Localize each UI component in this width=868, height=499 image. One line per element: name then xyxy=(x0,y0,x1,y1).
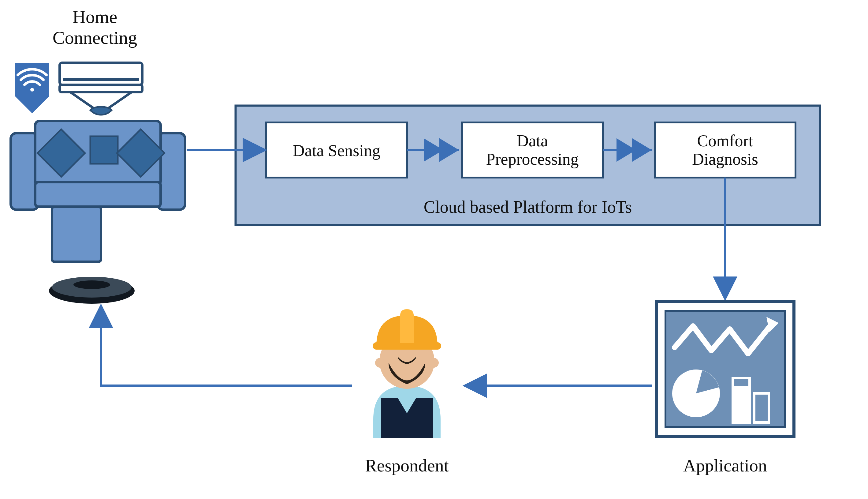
svg-text:HomeConnecting: HomeConnecting xyxy=(53,7,137,48)
svg-rect-32 xyxy=(424,398,433,416)
svg-rect-3 xyxy=(60,63,142,85)
worker-person-icon xyxy=(373,309,441,438)
robot-vacuum-icon xyxy=(49,277,135,304)
sofa-icon xyxy=(11,121,185,262)
svg-point-2 xyxy=(30,88,34,92)
svg-rect-5 xyxy=(60,85,142,92)
wifi-icon xyxy=(15,63,49,113)
svg-rect-13 xyxy=(52,207,101,262)
svg-rect-31 xyxy=(381,398,390,416)
svg-point-35 xyxy=(429,358,439,368)
svg-rect-4 xyxy=(63,78,139,81)
application-box xyxy=(656,302,794,436)
svg-rect-11 xyxy=(90,136,118,164)
svg-text:ComfortDiagnosis: ComfortDiagnosis xyxy=(692,132,758,168)
respondent-label: Respondent xyxy=(365,455,449,475)
home-devices-cluster xyxy=(11,63,185,304)
svg-text:Data Sensing: Data Sensing xyxy=(293,142,380,160)
comfort-diagnosis-box: ComfortDiagnosis xyxy=(655,122,795,178)
svg-point-34 xyxy=(375,358,385,368)
air-conditioner-icon xyxy=(60,63,142,115)
svg-rect-36 xyxy=(373,342,441,350)
svg-rect-9 xyxy=(35,182,161,207)
svg-point-16 xyxy=(73,280,110,289)
home-connecting-title: HomeConnecting xyxy=(53,7,137,48)
data-sensing-box: Data Sensing xyxy=(266,122,407,178)
platform-title: Cloud based Platform for IoTs xyxy=(424,197,632,217)
svg-rect-28 xyxy=(733,386,750,423)
application-label: Application xyxy=(683,455,767,475)
data-preprocessing-box: DataPreprocessing xyxy=(462,122,603,178)
arrow-respondent-to-home xyxy=(101,308,352,386)
cloud-platform-panel: Cloud based Platform for IoTs Data Sensi… xyxy=(236,106,820,225)
